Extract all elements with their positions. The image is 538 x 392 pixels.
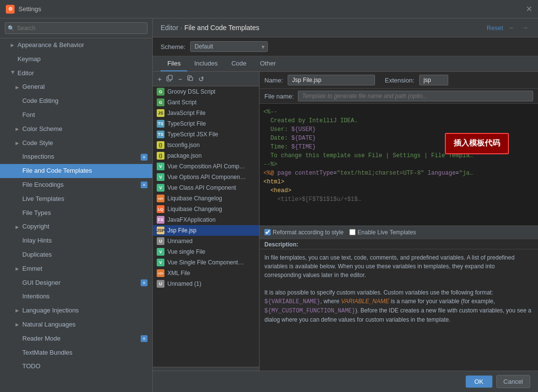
duplicate-template-button[interactable] [185,74,196,84]
reset-template-button[interactable]: ↺ [196,74,206,84]
gui-badge: ≡ [141,279,147,286]
arrow-icon: ▶ [16,265,20,272]
file-item-tsconfig[interactable]: {} tsconfig.json [153,140,259,150]
ok-button[interactable]: OK [466,376,492,388]
sidebar-item-code-style[interactable]: ▶ Code Style [0,136,152,150]
file-item-liquibase1[interactable]: </> Liquibase Changelog [153,193,259,204]
file-icon-ts: TS [157,120,164,128]
file-item-xml[interactable]: </> XML File [153,268,259,278]
sidebar-item-code-editing[interactable]: ▶ Code Editing [0,94,152,108]
file-icon-vue4: V [157,248,164,256]
arrow-icon: ▶ [11,42,16,49]
scheme-select-wrap: Default Project [190,41,268,52]
extension-input[interactable] [419,75,448,85]
file-item-vue-composition[interactable]: V Vue Composition API Comp… [153,161,259,172]
sidebar-item-todo[interactable]: ▶ TODO [0,359,152,374]
file-item-jsp[interactable]: JSP Jsp File.jsp [153,225,259,236]
file-icon-unnamed2: U [157,280,164,288]
arrow-icon: ▶ [16,84,20,91]
header-actions: Reset ← → [487,23,530,32]
sidebar-item-copyright[interactable]: ▶ Copyright [0,220,152,234]
file-item-typescript[interactable]: TS TypeScript File [153,118,259,129]
file-item-gant[interactable]: G Gant Script [153,97,259,108]
description-area: In file templates, you can use text, cod… [260,249,538,371]
sidebar-item-general[interactable]: ▶ General [0,80,152,94]
add-template-button[interactable]: + [156,74,163,84]
close-button[interactable]: ✕ [526,4,532,14]
file-item-vue-single-component[interactable]: V Vue Single File Component… [153,257,259,268]
code-line: Created by IntelliJ IDEA. [263,116,534,125]
file-item-javascript[interactable]: JS JavaScript File [153,108,259,118]
name-input[interactable] [288,75,375,85]
tabs-row: Files Includes Code Other [153,56,538,72]
file-icon-vue1: V [157,163,164,170]
code-editor[interactable]: <%-- Created by IntelliJ IDEA. User: ${U… [260,104,538,226]
live-templates-checkbox[interactable] [349,229,356,235]
sidebar-item-font[interactable]: ▶ Font [0,108,152,122]
sidebar-item-color-scheme[interactable]: ▶ Color Scheme [0,122,152,136]
arrow-icon: ▶ [10,71,16,76]
sidebar-item-appearance[interactable]: ▶ Appearance & Behavior [0,38,152,52]
filename-input[interactable] [298,91,533,101]
file-icon-js: JS [157,109,164,117]
sidebar-item-emmet[interactable]: ▶ Emmet [0,262,152,276]
file-item-vue-single[interactable]: V Vue single File [153,246,259,257]
file-item-typescript-jsx[interactable]: TS TypeScript JSX File [153,129,259,140]
file-item-liquibase2[interactable]: LQ Liquibase Changelog [153,204,259,214]
file-item-javafx[interactable]: FX JavaFXApplication [153,214,259,225]
reformat-checkbox[interactable] [264,229,271,235]
sidebar-item-duplicates[interactable]: ▶ Duplicates [0,248,152,262]
sidebar-item-inspections[interactable]: ▶ Inspections ≡ [0,150,152,164]
file-item-unnamed2[interactable]: U Unnamed (1) [153,278,259,289]
file-item-unnamed1[interactable]: U Unnamed [153,236,259,246]
file-item-groovy-dsl[interactable]: G Groovy DSL Script [153,86,259,97]
arrow-icon: ▶ [16,140,20,147]
sidebar-item-language-injections[interactable]: ▶ Language Injections [0,304,152,318]
sidebar-item-file-code-templates[interactable]: ▶ File and Code Templates [0,164,152,178]
search-input[interactable] [5,22,147,34]
scheme-select[interactable]: Default Project [190,41,268,52]
code-line: <%-- [263,108,534,116]
file-icon-liq: LQ [157,205,164,213]
content-area: Editor › File and Code Templates Reset ←… [153,18,538,392]
sidebar-item-keymap[interactable]: ▶ Keymap [0,52,152,66]
file-item-vue-class[interactable]: V Vue Class API Component [153,182,259,193]
sidebar-item-file-encodings[interactable]: ▶ File Encodings ≡ [0,178,152,192]
file-item-package-json[interactable]: {} package.json [153,150,259,161]
sidebar-item-natural-languages[interactable]: ▶ Natural Languages [0,318,152,332]
reset-button[interactable]: Reset [487,24,503,32]
sidebar-item-editor[interactable]: ▶ Editor [0,66,152,81]
sidebar-item-intentions[interactable]: ▶ Intentions [0,290,152,304]
file-icon-jsp: JSP [157,227,164,234]
scheme-label: Scheme: [161,43,185,50]
file-item-vue-options[interactable]: V Vue Options API Componen… [153,172,259,182]
tab-code[interactable]: Code [225,56,253,71]
scheme-row: Scheme: Default Project [153,37,538,56]
copy-template-button[interactable] [164,74,175,84]
tab-other[interactable]: Other [253,56,283,71]
live-templates-label: Enable Live Templates [358,229,416,236]
sidebar-item-live-templates[interactable]: ▶ Live Templates [0,192,152,206]
arrow-icon: ▶ [16,321,20,328]
description-header: Description: [260,239,538,249]
filename-label: File name: [264,93,294,100]
code-line: <head> [263,186,534,195]
content-header: Editor › File and Code Templates Reset ←… [153,18,538,37]
breadcrumb: Editor [161,24,179,32]
sidebar-item-inlay-hints[interactable]: ▶ Inlay Hints [0,234,152,248]
sidebar-item-reader-mode[interactable]: ▶ Reader Mode ≡ [0,332,152,346]
back-button[interactable]: ← [507,23,517,32]
sidebar-item-textmate-bundles[interactable]: ▶ TextMate Bundles [0,346,152,360]
sidebar-item-gui-designer[interactable]: ▶ GUI Designer ≡ [0,276,152,290]
cancel-button[interactable]: Cancel [496,375,530,388]
file-icon-json1: {} [157,141,164,149]
svg-rect-1 [168,75,172,80]
name-label: Name: [264,77,283,84]
filename-row: File name: [260,89,538,104]
tab-files[interactable]: Files [161,56,187,71]
sidebar-item-file-types[interactable]: ▶ File Types [0,206,152,220]
search-icon: 🔍 [8,25,15,32]
forward-button[interactable]: → [521,23,530,32]
remove-template-button[interactable]: − [176,74,184,84]
tab-includes[interactable]: Includes [187,56,224,71]
